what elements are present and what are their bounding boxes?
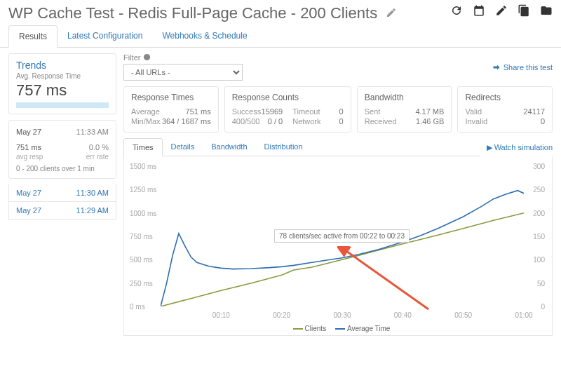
trends-value: 757 ms [16,81,109,100]
copy-icon[interactable] [518,4,530,19]
stat-response-times: Response Times Average751 ms Min/Max364 … [123,86,219,133]
svg-line-1 [344,250,428,309]
calendar-icon[interactable] [473,4,485,19]
info-icon [143,53,151,61]
run-time: 11:33 AM [76,128,109,136]
refresh-icon[interactable] [450,4,463,19]
svg-point-0 [143,54,149,60]
trends-panel: Trends Avg. Response Time 757 ms [8,53,116,114]
page-title: WP Cache Test - Redis Full-Page Cache - … [8,4,377,22]
trends-sub: Avg. Response Time [16,72,109,80]
tab-webhooks[interactable]: Webhooks & Schedule [152,25,257,47]
chart-tooltip: 78 clients/sec active from 00:22 to 00:2… [274,229,410,243]
url-filter-select[interactable]: - All URLs - [123,64,243,81]
filter-label: Filter [123,53,243,62]
chart-legend: Clients Average Time [127,323,549,332]
stat-response-counts: Response Counts Success15969 400/5000 / … [224,86,351,133]
run-range: 0 - 200 clients over 1 min [16,165,109,173]
trends-heading: Trends [16,60,109,71]
chart-tab-details[interactable]: Details [163,138,203,156]
main-tabs: Results Latest Configuration Webhooks & … [0,25,561,48]
folder-icon[interactable] [540,4,553,19]
stat-redirects: Redirects Valid24117 Invalid0 [457,86,553,133]
run-avg: 751 ms [16,143,41,151]
share-link[interactable]: Share this test [492,63,553,72]
trends-sparkline [16,102,109,108]
current-run-panel: May 2711:33 AM 751 ms0.0 % avg resperr r… [8,120,116,179]
chart-tabs: Times Details Bandwidth Distribution [123,138,480,156]
run-date: May 27 [16,128,41,136]
chart-tab-bandwidth[interactable]: Bandwidth [203,138,255,156]
chart-tab-times[interactable]: Times [123,138,163,156]
chart-tab-distribution[interactable]: Distribution [256,138,311,156]
tab-results[interactable]: Results [8,25,58,48]
annotation-arrow [337,246,435,316]
prev-run-0[interactable]: May 2711:30 AM [8,184,116,202]
edit-title-icon[interactable] [380,11,397,20]
share-icon [492,63,501,72]
run-err: 0.0 % [89,143,109,151]
watch-simulation-link[interactable]: ▶ Watch simulation [487,143,553,152]
chart-area[interactable]: 78 clients/sec active from 00:22 to 00:2… [127,162,549,323]
stat-bandwidth: Bandwidth Sent4.17 MB Received1.46 GB [357,86,452,133]
run-err-label: err rate [86,153,109,161]
prev-run-1[interactable]: May 2711:29 AM [8,202,116,219]
tab-latest-config[interactable]: Latest Configuration [58,25,152,47]
run-avg-label: avg resp [16,153,43,161]
edit-icon[interactable] [495,4,508,19]
